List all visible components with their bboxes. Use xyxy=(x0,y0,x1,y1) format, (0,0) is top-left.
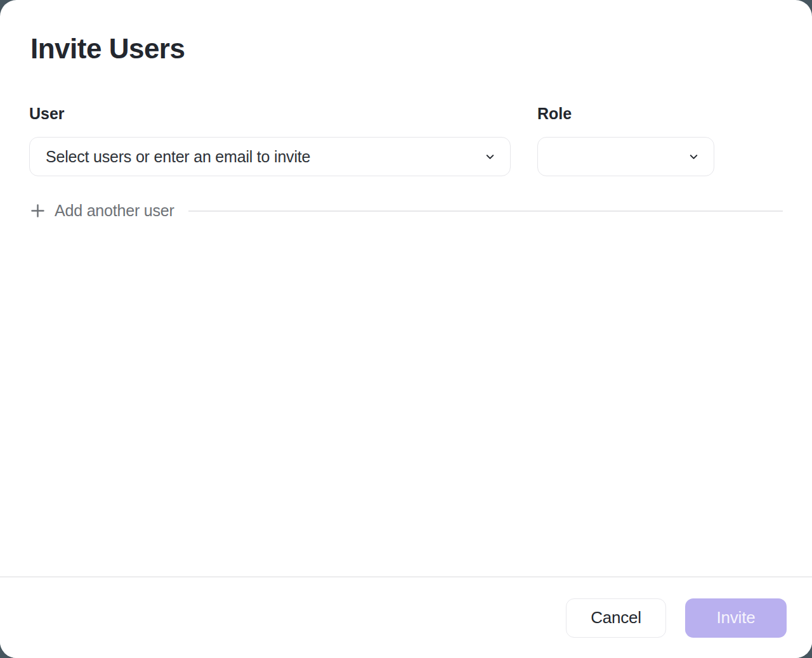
user-select-value: Select users or enter an email to invite xyxy=(46,148,310,166)
add-another-user-label: Add another user xyxy=(55,202,174,220)
page-title: Invite Users xyxy=(30,33,185,65)
user-select[interactable]: Select users or enter an email to invite xyxy=(29,137,511,176)
role-field-group: Role xyxy=(537,104,714,176)
cancel-button[interactable]: Cancel xyxy=(566,598,666,638)
role-select[interactable] xyxy=(537,137,714,176)
add-another-user-row: Add another user xyxy=(29,202,783,220)
role-label: Role xyxy=(537,104,714,123)
user-field-group: User Select users or enter an email to i… xyxy=(29,104,511,176)
add-another-user-button[interactable]: Add another user xyxy=(29,202,174,220)
horizontal-divider xyxy=(188,210,783,212)
invite-button[interactable]: Invite xyxy=(685,598,787,638)
modal-footer: Cancel Invite xyxy=(0,576,812,658)
chevron-down-icon xyxy=(484,151,496,163)
chevron-down-icon xyxy=(688,151,700,163)
user-label: User xyxy=(29,104,511,123)
plus-icon xyxy=(29,202,46,219)
invite-users-modal: Invite Users User Select users or enter … xyxy=(0,0,812,658)
